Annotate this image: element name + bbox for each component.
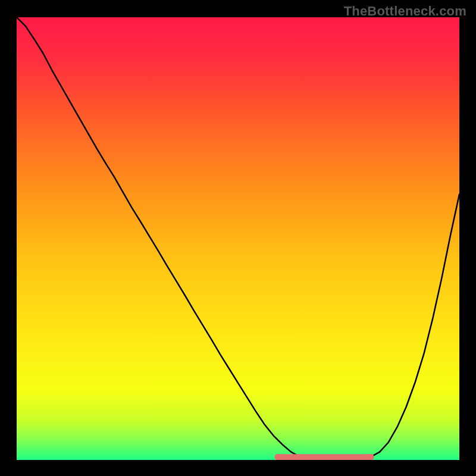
plot-area <box>17 17 459 460</box>
svg-rect-0 <box>17 17 459 460</box>
chart-container: TheBottleneck.com <box>0 0 476 476</box>
watermark-text: TheBottleneck.com <box>344 4 466 19</box>
chart-svg <box>17 17 459 460</box>
